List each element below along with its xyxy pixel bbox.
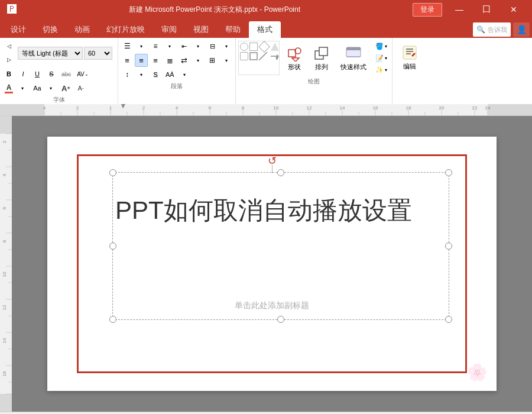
font-color-btn[interactable]: A [2, 82, 15, 95]
shapes-label: 形状 [288, 63, 301, 72]
svg-rect-62 [0, 116, 12, 134]
shapes-button[interactable]: 形状 [282, 40, 307, 76]
login-button[interactable]: 登录 [413, 3, 442, 17]
drawing-group: ▾ 形状 排列 [236, 38, 392, 104]
align-right-btn[interactable]: ≡ [149, 54, 162, 67]
align-left-btn[interactable]: ≡ [121, 54, 134, 67]
shape-circle[interactable] [240, 43, 248, 51]
main-area: 2 4 6 8 10 12 14 16 [0, 116, 532, 412]
shape-square[interactable] [249, 52, 258, 60]
svg-text:2: 2 [2, 140, 7, 143]
line-spacing-arrow[interactable]: ▾ [135, 68, 148, 81]
slide-title[interactable]: PPT如何取消自动播放设置 [115, 196, 446, 225]
line-spacing-btn[interactable]: ↕ [121, 68, 134, 81]
underline-button[interactable]: U [31, 67, 44, 80]
handle-middle-right[interactable] [445, 242, 452, 250]
indent-btn[interactable]: ⇤ [177, 40, 190, 53]
text-dir-btn[interactable]: ⇄ [177, 54, 190, 67]
bold-button[interactable]: B [2, 67, 15, 80]
indent-arrow[interactable]: ▾ [192, 40, 205, 53]
handle-top-left[interactable] [109, 169, 116, 176]
svg-text:14: 14 [2, 338, 7, 343]
convert-arrow[interactable]: ▾ [220, 54, 233, 67]
svg-text:10: 10 [274, 105, 280, 111]
columns-arrow[interactable]: ▾ [220, 40, 233, 53]
text-shadow-btn[interactable]: S [149, 68, 162, 81]
handle-bottom-left[interactable] [109, 316, 116, 323]
svg-text:2: 2 [76, 105, 79, 111]
justify-btn[interactable]: ≣ [163, 54, 176, 67]
columns-btn[interactable]: ⊟ [206, 40, 219, 53]
edit-button[interactable]: 编辑 [396, 40, 423, 75]
shape-line[interactable] [259, 52, 267, 60]
svg-text:1: 1 [109, 105, 112, 111]
char-spacing-btn[interactable]: AÀ [163, 68, 177, 81]
svg-text:2: 2 [142, 105, 145, 111]
text-highlight-btn[interactable]: Aa [31, 82, 44, 95]
numbering-btn[interactable]: ≡ [149, 40, 162, 53]
maximize-button[interactable]: 囗 [473, 0, 500, 19]
shape-rect[interactable] [249, 43, 258, 51]
handle-top-center[interactable] [277, 169, 284, 176]
font-size-select[interactable]: 60 [84, 47, 112, 60]
arrange-button[interactable]: 排列 [309, 40, 334, 76]
rotate-line [272, 165, 273, 173]
shapes-scroll[interactable]: ▾ [275, 55, 278, 62]
char-spacing-arrow[interactable]: ▾ [178, 68, 191, 81]
ruler-svg: 4 2 1 2 4 6 8 10 12 14 16 18 20 22 24 [0, 104, 532, 115]
font-name-select[interactable]: 等线 Light (标题 [18, 47, 83, 60]
user-icon[interactable]: 👤 [513, 22, 530, 37]
tab-animations[interactable]: 动画 [66, 21, 98, 38]
tab-view[interactable]: 视图 [185, 21, 217, 38]
para-indent-right-btn[interactable]: ▷ [2, 53, 15, 66]
strikethrough-button[interactable]: S [45, 67, 58, 80]
handle-bottom-center[interactable] [277, 316, 284, 323]
font-size-increase-btn[interactable]: A+ [59, 82, 73, 95]
shape-diamond[interactable] [258, 41, 270, 53]
svg-rect-16 [488, 104, 532, 115]
svg-rect-9 [346, 47, 361, 50]
search-placeholder: 告诉我 [488, 25, 507, 34]
convert-smartart-btn[interactable]: ⊞ [206, 54, 219, 67]
tab-review[interactable]: 审阅 [153, 21, 185, 38]
minimize-button[interactable]: — [446, 0, 473, 19]
slide-subtitle-placeholder[interactable]: 单击此处添加副标题 [47, 300, 497, 311]
v-ruler-svg: 2 4 6 8 10 12 14 16 [0, 116, 12, 412]
numbering-arrow[interactable]: ▾ [163, 40, 176, 53]
tab-transitions[interactable]: 切换 [34, 21, 66, 38]
kerning-button[interactable]: AV⌄ [74, 67, 91, 80]
quick-styles-button[interactable]: 快速样式 [336, 40, 371, 76]
align-center-btn[interactable]: ≡ [135, 54, 148, 67]
search-box[interactable]: 🔍 告诉我 [473, 22, 511, 37]
svg-text:14: 14 [340, 105, 346, 111]
close-button[interactable]: ✕ [500, 0, 527, 19]
shape-rounded-rect[interactable] [240, 52, 248, 60]
para-indent-left-btn[interactable]: ◁ [2, 40, 15, 53]
para-group-label: 段落 [121, 82, 233, 90]
text-dir-arrow[interactable]: ▾ [192, 54, 205, 67]
handle-middle-left[interactable] [109, 242, 116, 250]
slide[interactable]: ↺ PPT如何取消自动播放设置 单击此处添加副标题 🌸 [47, 137, 497, 391]
shape-triangle[interactable] [271, 43, 279, 51]
handle-top-right[interactable] [445, 169, 452, 176]
bullets-btn[interactable]: ☰ [121, 40, 134, 53]
tab-slideshow[interactable]: 幻灯片放映 [98, 21, 153, 38]
handle-bottom-right[interactable] [445, 316, 452, 323]
abc-button[interactable]: abc [59, 67, 73, 80]
svg-text:12: 12 [307, 105, 312, 111]
effects-btn[interactable]: ✨▾ [373, 64, 390, 75]
text-highlight-arrow[interactable]: ▾ [44, 82, 57, 95]
tab-help[interactable]: 帮助 [217, 21, 249, 38]
tab-format[interactable]: 格式 [249, 21, 281, 38]
fill-btn[interactable]: 🪣▾ [373, 41, 390, 51]
svg-text:8: 8 [2, 240, 7, 242]
slide-canvas[interactable]: ↺ PPT如何取消自动播放设置 单击此处添加副标题 🌸 [12, 116, 532, 412]
status-bar: 幻灯片 1/1 Office 主题 中文(中国) － ＋ 69% ⊡ ⊞ 📖 ⬛ [0, 412, 532, 414]
tab-design[interactable]: 设计 [2, 21, 34, 38]
bullets-arrow[interactable]: ▾ [135, 40, 148, 53]
svg-rect-64 [0, 134, 12, 394]
line-btn[interactable]: 📝▾ [373, 53, 390, 63]
italic-button[interactable]: I [17, 67, 30, 80]
font-size-decrease-btn[interactable]: A- [74, 82, 87, 95]
font-color-arrow[interactable]: ▾ [16, 82, 29, 95]
